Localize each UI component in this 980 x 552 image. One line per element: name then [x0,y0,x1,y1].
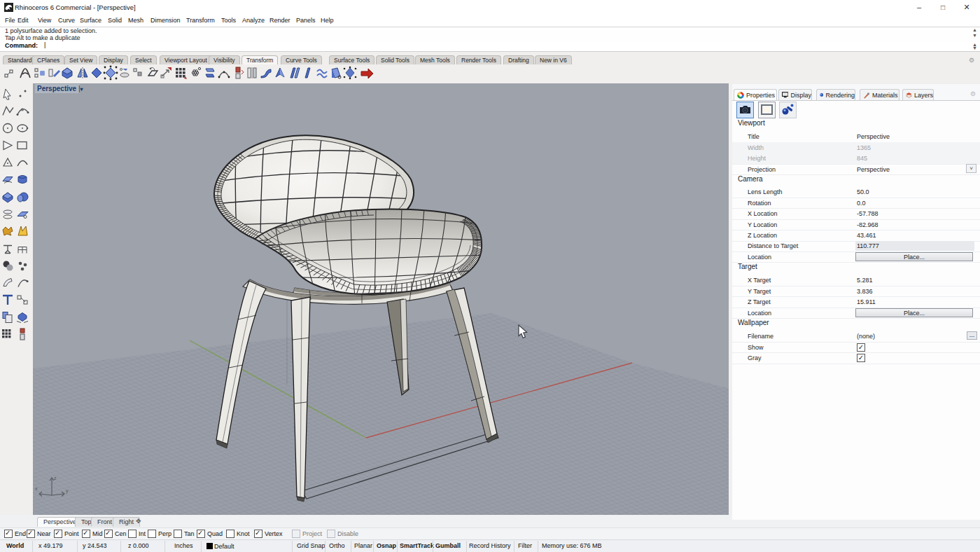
svg-text:y: y [66,488,69,494]
svg-text:x: x [35,486,38,491]
svg-text:z: z [54,476,57,481]
